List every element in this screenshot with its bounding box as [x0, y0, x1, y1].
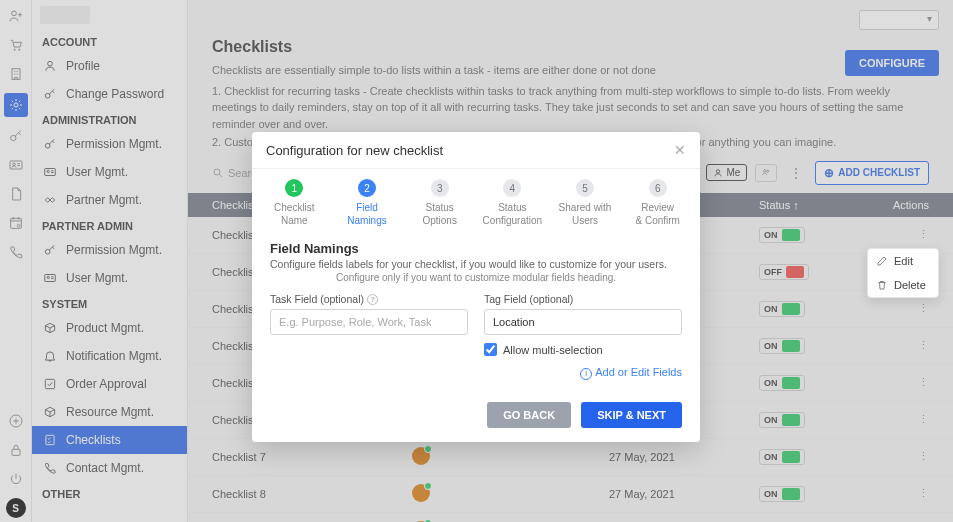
modal-title: Configuration for new checklist	[266, 143, 443, 158]
step-label: Namings	[331, 214, 404, 227]
step-number: 1	[285, 179, 303, 197]
step-number: 2	[358, 179, 376, 197]
section-title: Field Namings	[270, 241, 682, 256]
step-2[interactable]: 2FieldNamings	[331, 179, 404, 227]
step-label: Options	[403, 214, 476, 227]
section-subtitle: Configure fields labels for your checkli…	[270, 258, 682, 270]
row-context-menu: Edit Delete	[867, 248, 939, 298]
step-label: Shared with	[549, 201, 622, 214]
step-3[interactable]: 3StatusOptions	[403, 179, 476, 227]
step-label: & Confirm	[621, 214, 694, 227]
stepper: 1ChecklistName2FieldNamings3StatusOption…	[252, 169, 700, 235]
skip-next-button[interactable]: SKIP & NEXT	[581, 402, 682, 428]
step-label: Status	[476, 201, 549, 214]
step-6[interactable]: 6Review& Confirm	[621, 179, 694, 227]
tag-field-label: Tag Field (optional)	[484, 293, 682, 305]
step-number: 5	[576, 179, 594, 197]
step-label: Users	[549, 214, 622, 227]
config-modal: Configuration for new checklist ✕ 1Check…	[252, 132, 700, 442]
go-back-button[interactable]: GO BACK	[487, 402, 571, 428]
step-label: Configuration	[476, 214, 549, 227]
step-1[interactable]: 1ChecklistName	[258, 179, 331, 227]
step-label: Status	[403, 201, 476, 214]
allow-multi-label: Allow multi-selection	[503, 344, 603, 356]
ctx-edit[interactable]: Edit	[868, 249, 938, 273]
modal-header: Configuration for new checklist ✕	[252, 132, 700, 169]
help-icon[interactable]: ?	[367, 294, 378, 305]
section-hint: Configure only if you want to customize …	[270, 272, 682, 283]
step-number: 3	[431, 179, 449, 197]
step-number: 4	[503, 179, 521, 197]
step-5[interactable]: 5Shared withUsers	[549, 179, 622, 227]
step-label: Review	[621, 201, 694, 214]
step-number: 6	[649, 179, 667, 197]
step-label: Field	[331, 201, 404, 214]
add-edit-fields[interactable]: iAdd or Edit Fields	[270, 366, 682, 380]
tag-field-input[interactable]	[484, 309, 682, 335]
step-4[interactable]: 4StatusConfiguration	[476, 179, 549, 227]
close-icon[interactable]: ✕	[674, 142, 686, 158]
step-label: Checklist	[258, 201, 331, 214]
ctx-delete[interactable]: Delete	[868, 273, 938, 297]
task-field-input[interactable]	[270, 309, 468, 335]
task-field-label: Task Field (optional)?	[270, 293, 468, 305]
allow-multi-checkbox[interactable]	[484, 343, 497, 356]
step-label: Name	[258, 214, 331, 227]
